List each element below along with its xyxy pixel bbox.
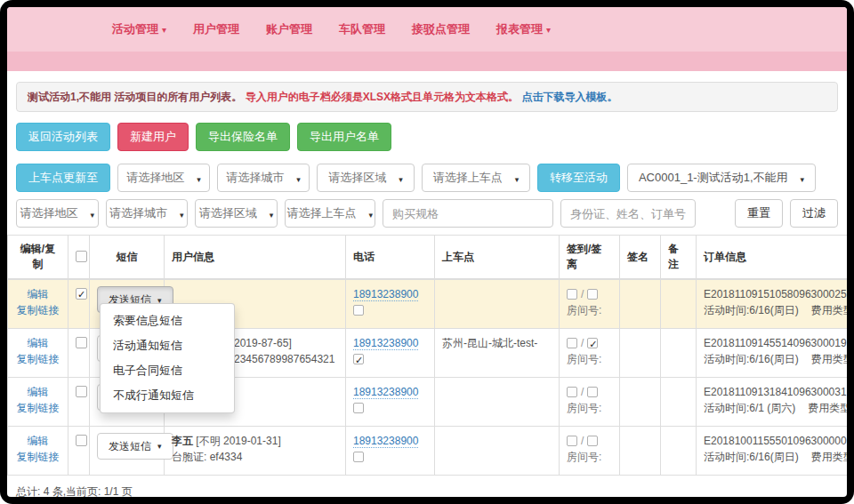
caret-down-icon bbox=[296, 172, 301, 185]
phone-link[interactable]: 18913238900 bbox=[353, 288, 418, 301]
city-select-2[interactable]: 请选择城市 bbox=[106, 199, 189, 228]
order-fee-type: 费用类型 bbox=[811, 304, 847, 316]
signout-checkbox[interactable] bbox=[587, 436, 598, 446]
phone-checkbox[interactable] bbox=[353, 354, 364, 364]
nav-item-user-mgmt[interactable]: 用户管理 bbox=[193, 21, 239, 37]
phone-cell: 18913238900 bbox=[346, 279, 435, 328]
order-number: E20181109151058096300025 bbox=[704, 286, 847, 302]
nav-item-report-mgmt[interactable]: 报表管理 bbox=[496, 21, 551, 37]
export-insurance-button[interactable]: 导出保险名单 bbox=[196, 123, 290, 151]
pickup-cell bbox=[435, 377, 560, 426]
order-fee-type: 费用类型 bbox=[811, 353, 847, 365]
copy-link[interactable]: 复制链接 bbox=[15, 351, 60, 367]
row-checkbox[interactable] bbox=[76, 337, 87, 348]
select-value: AC0001_1-测试活动1,不能用 bbox=[639, 170, 788, 186]
phone-link[interactable]: 18913238900 bbox=[353, 337, 418, 350]
signin-checkbox[interactable] bbox=[567, 289, 577, 300]
signout-checkbox[interactable] bbox=[587, 289, 598, 300]
back-to-activity-list-button[interactable]: 返回活动列表 bbox=[16, 123, 110, 151]
order-fee-type: 费用类型 bbox=[811, 451, 847, 463]
user-line2: 23456789987654321 bbox=[234, 351, 338, 367]
copy-link[interactable]: 复制链接 bbox=[15, 302, 60, 318]
pickup-point-select-2[interactable]: 请选择上车点 bbox=[285, 199, 375, 228]
caret-down-icon bbox=[91, 207, 95, 220]
update-pickup-point-button[interactable]: 上车点更新至 bbox=[16, 164, 110, 192]
nav-item-account-mgmt[interactable]: 账户管理 bbox=[266, 21, 312, 37]
page: 活动管理 用户管理 账户管理 车队管理 接驳点管理 报表管理 测试活动1,不能用… bbox=[7, 7, 847, 497]
signin-checkbox[interactable] bbox=[567, 338, 577, 348]
room-number-label: 房间号: bbox=[567, 400, 612, 416]
menu-item-econtract-sms[interactable]: 电子合同短信 bbox=[101, 358, 234, 383]
header-select-all-cell bbox=[68, 236, 90, 280]
signature-cell bbox=[620, 328, 661, 377]
export-users-button[interactable]: 导出用户名单 bbox=[297, 123, 391, 151]
district-select[interactable]: 请选择区域 bbox=[317, 164, 415, 192]
edit-copy-cell: 编辑 复制链接 bbox=[8, 328, 68, 377]
row-checkbox[interactable] bbox=[76, 386, 87, 397]
edit-link[interactable]: 编辑 bbox=[15, 433, 60, 449]
info-alert: 测试活动1,不能用 活动项目的所有用户列表。 导入用户的电子档必须是XLSX格式… bbox=[16, 82, 838, 112]
order-info-cell: E20181109131841096300031 活动时间:6/1 (周六)费用… bbox=[697, 377, 848, 426]
row-checkbox[interactable] bbox=[76, 288, 87, 300]
signin-checkbox[interactable] bbox=[567, 387, 577, 397]
menu-item-cancel-notice-sms[interactable]: 不成行通知短信 bbox=[101, 383, 234, 408]
user-line1: [不明 2019-01-31] bbox=[193, 435, 281, 447]
edit-copy-cell: 编辑 复制链接 bbox=[8, 377, 68, 426]
edit-link[interactable]: 编辑 bbox=[15, 384, 60, 400]
region-select[interactable]: 请选择地区 bbox=[117, 164, 210, 192]
caret-down-icon bbox=[158, 22, 166, 36]
copy-link[interactable]: 复制链接 bbox=[15, 449, 60, 465]
header-sms: 短信 bbox=[90, 236, 165, 280]
reset-button[interactable]: 重置 bbox=[735, 199, 783, 228]
purchase-spec-input[interactable] bbox=[383, 199, 553, 228]
signout-checkbox[interactable] bbox=[587, 387, 598, 397]
signin-separator: / bbox=[581, 288, 584, 300]
menu-item-activity-notice-sms[interactable]: 活动通知短信 bbox=[101, 333, 234, 358]
caret-down-icon bbox=[399, 172, 403, 185]
phone-checkbox[interactable] bbox=[353, 305, 364, 316]
send-sms-button[interactable]: 发送短信 bbox=[97, 433, 173, 460]
phone-checkbox[interactable] bbox=[353, 452, 364, 462]
region-select-2[interactable]: 请选择地区 bbox=[16, 199, 99, 228]
header-signin-signout: 签到/签离 bbox=[560, 236, 620, 280]
select-value: 请选择上车点 bbox=[433, 170, 503, 186]
edit-link[interactable]: 编辑 bbox=[15, 335, 60, 351]
user-line1: 2019-87-65] bbox=[234, 335, 338, 351]
filter-button[interactable]: 过滤 bbox=[790, 199, 838, 228]
phone-link[interactable]: 18913238900 bbox=[353, 386, 418, 399]
phone-cell: 18913238900 bbox=[346, 377, 435, 426]
search-input[interactable] bbox=[560, 199, 696, 228]
order-info-cell: E20181001155501096300000 活动时间:6/16(周日)费用… bbox=[697, 426, 848, 475]
download-template-link[interactable]: 点击下载导入模板。 bbox=[521, 91, 617, 103]
phone-cell: 18913238900 bbox=[346, 426, 435, 475]
new-user-button[interactable]: 新建用户 bbox=[117, 123, 189, 151]
caret-down-icon bbox=[157, 437, 162, 454]
copy-link[interactable]: 复制链接 bbox=[15, 400, 60, 416]
row-checkbox-cell bbox=[68, 328, 90, 377]
phone-link[interactable]: 18913238900 bbox=[353, 435, 418, 448]
select-value: 请选择上车点 bbox=[287, 205, 357, 221]
pickup-cell: 苏州-昆山-城北-test- bbox=[435, 328, 560, 377]
pickup-cell bbox=[435, 279, 560, 328]
signin-checkbox[interactable] bbox=[567, 436, 577, 446]
transfer-to-activity-button[interactable]: 转移至活动 bbox=[537, 164, 620, 192]
table-row: 编辑 复制链接 发送短信 李五 [不明 2019-01-31] 台胞证: ef4… bbox=[8, 426, 848, 475]
pickup-point-select[interactable]: 请选择上车点 bbox=[422, 164, 530, 192]
nav-item-shuttle-point-mgmt[interactable]: 接驳点管理 bbox=[412, 21, 470, 37]
phone-cell: 18913238900 bbox=[346, 328, 435, 377]
edit-link[interactable]: 编辑 bbox=[15, 286, 60, 302]
menu-item-request-info-sms[interactable]: 索要信息短信 bbox=[101, 308, 234, 333]
nav-item-activity-mgmt[interactable]: 活动管理 bbox=[112, 21, 166, 37]
phone-checkbox[interactable] bbox=[353, 403, 364, 413]
row-checkbox[interactable] bbox=[76, 435, 87, 446]
district-select-2[interactable]: 请选择区域 bbox=[195, 199, 278, 228]
signout-checkbox[interactable] bbox=[587, 338, 598, 348]
caret-down-icon bbox=[197, 172, 201, 185]
select-value: 请选择地区 bbox=[126, 170, 184, 186]
row-checkbox-cell bbox=[68, 279, 90, 328]
select-all-checkbox[interactable] bbox=[76, 251, 87, 262]
user-info-cell: 李五 [不明 2019-01-31] 台胞证: ef4334 bbox=[165, 426, 346, 475]
activity-select[interactable]: AC0001_1-测试活动1,不能用 bbox=[627, 164, 816, 192]
nav-item-fleet-mgmt[interactable]: 车队管理 bbox=[339, 21, 385, 37]
city-select[interactable]: 请选择城市 bbox=[217, 164, 310, 192]
